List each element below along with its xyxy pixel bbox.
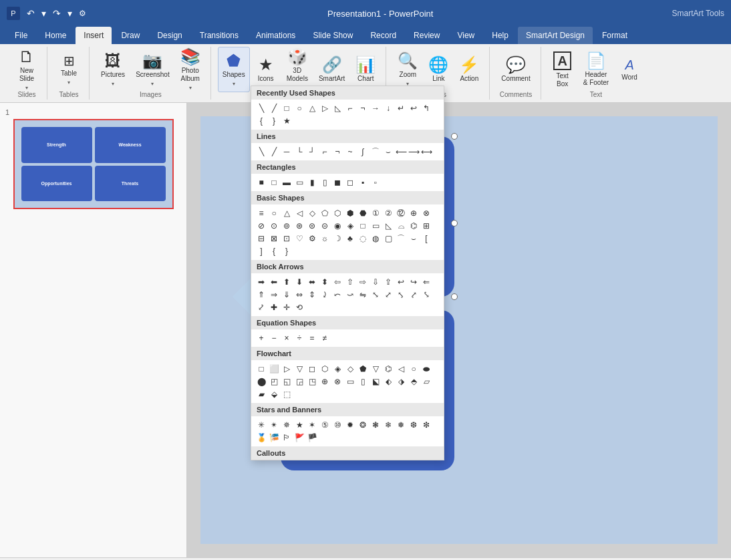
shape-arrow[interactable]: ⤥ xyxy=(420,289,432,301)
shape-line[interactable]: ╱ xyxy=(268,146,280,158)
shape-item[interactable]: ↰ xyxy=(420,102,432,114)
shape-arrow[interactable]: ⤻ xyxy=(344,289,356,301)
shape-line[interactable]: ─ xyxy=(281,146,293,158)
shape-line[interactable]: ╲ xyxy=(255,146,267,158)
shape-rect[interactable]: ▮ xyxy=(306,176,318,188)
shape-rect[interactable]: ▬ xyxy=(281,176,293,188)
shape-basic[interactable]: ⚙ xyxy=(306,233,318,245)
shape-basic[interactable]: ⌓ xyxy=(395,220,407,232)
shape-basic[interactable]: ○ xyxy=(268,207,280,219)
shape-basic[interactable]: ♣ xyxy=(344,233,356,245)
shape-arrow[interactable]: ⇩ xyxy=(370,276,382,288)
shape-arrow[interactable]: ⇑ xyxy=(255,289,267,301)
shape-basic[interactable]: □ xyxy=(357,220,369,232)
shape-arrow[interactable]: ⇪ xyxy=(382,276,394,288)
redo-arrow[interactable]: ▾ xyxy=(65,7,75,20)
shape-star[interactable]: ★ xyxy=(293,419,305,431)
shape-item[interactable]: ⌐ xyxy=(344,102,356,114)
shape-basic[interactable]: ⊠ xyxy=(268,233,280,245)
shape-arrow[interactable]: ⇕ xyxy=(306,289,318,301)
shape-rect[interactable]: □ xyxy=(268,176,280,188)
shape-basic[interactable]: ⊛ xyxy=(293,220,305,232)
shape-flow[interactable]: ○ xyxy=(408,363,420,375)
shape-flow[interactable]: ⬬ xyxy=(420,363,432,375)
shape-basic[interactable]: ⊝ xyxy=(319,220,331,232)
shape-rect[interactable]: ◻ xyxy=(344,176,356,188)
shape-flow[interactable]: ⬖ xyxy=(382,376,394,388)
shape-basic[interactable]: ◇ xyxy=(306,207,318,219)
shape-basic[interactable]: ] xyxy=(255,245,267,257)
tab-record[interactable]: Record xyxy=(362,27,404,44)
shape-arrow[interactable]: ⬆ xyxy=(281,276,293,288)
shape-flow[interactable]: ◇ xyxy=(344,363,356,375)
shape-arrow[interactable]: ⟲ xyxy=(293,301,305,313)
shape-basic[interactable]: ⊞ xyxy=(420,220,432,232)
shape-basic[interactable]: ◁ xyxy=(293,207,305,219)
shape-arrow[interactable]: ⇒ xyxy=(268,289,280,301)
shape-star[interactable]: ❅ xyxy=(395,419,407,431)
shape-flow[interactable]: ⌬ xyxy=(382,363,394,375)
tab-view[interactable]: View xyxy=(449,27,482,44)
shape-star[interactable]: ⑤ xyxy=(319,419,331,431)
shape-arrow[interactable]: ⬅ xyxy=(268,276,280,288)
shape-arrow[interactable]: ⇦ xyxy=(331,276,343,288)
shape-arrow[interactable]: ⬌ xyxy=(306,276,318,288)
text-box-button[interactable]: A TextBox xyxy=(548,47,577,92)
shape-line[interactable]: ⟵ xyxy=(395,146,407,158)
shape-basic[interactable]: ⊗ xyxy=(420,207,432,219)
shape-line[interactable]: ⟷ xyxy=(420,146,432,158)
shape-flow[interactable]: ⬕ xyxy=(370,376,382,388)
tab-insert[interactable]: Insert xyxy=(76,27,112,44)
shape-line[interactable]: ┘ xyxy=(306,146,318,158)
shape-basic[interactable]: } xyxy=(281,245,293,257)
shape-item[interactable]: ╱ xyxy=(268,102,280,114)
shape-arrow[interactable]: ⤤ xyxy=(408,289,420,301)
shape-basic[interactable]: ◈ xyxy=(344,220,356,232)
shape-flow[interactable]: ⬚ xyxy=(281,388,293,400)
wordart-button[interactable]: A Word xyxy=(615,47,644,92)
shape-arrow[interactable]: ⇧ xyxy=(344,276,356,288)
shape-arrow[interactable]: ⇋ xyxy=(357,289,369,301)
shape-rect[interactable]: ▪ xyxy=(357,176,369,188)
shape-item[interactable]: ↵ xyxy=(395,102,407,114)
shape-star[interactable]: ✳ xyxy=(255,419,267,431)
shape-equation[interactable]: ≠ xyxy=(319,332,331,344)
shape-basic[interactable]: ⬠ xyxy=(319,207,331,219)
shape-flow[interactable]: ◰ xyxy=(268,376,280,388)
shape-basic[interactable]: ⌬ xyxy=(408,220,420,232)
shape-arrow[interactable]: ⬇ xyxy=(293,276,305,288)
action-button[interactable]: ⚡ Action xyxy=(454,47,484,92)
shape-flow[interactable]: ⬟ xyxy=(357,363,369,375)
tab-smartart-design[interactable]: SmartArt Design xyxy=(518,27,593,44)
shape-basic[interactable]: ① xyxy=(370,207,382,219)
slide-thumbnail[interactable]: Strength Weakness Opportunities Threats xyxy=(13,119,174,209)
shapes-button[interactable]: ⬟ Shapes ▾ xyxy=(218,47,250,92)
tab-review[interactable]: Review xyxy=(406,27,448,44)
shape-line[interactable]: ⟶ xyxy=(408,146,420,158)
tab-file[interactable]: File xyxy=(7,27,35,44)
pictures-button[interactable]: 🖼 Pictures ▾ xyxy=(96,47,130,92)
shape-arrow[interactable]: ➡ xyxy=(255,276,267,288)
shape-basic[interactable]: ⊚ xyxy=(281,220,293,232)
tab-design[interactable]: Design xyxy=(149,27,190,44)
shape-flow[interactable]: ⬜ xyxy=(268,363,280,375)
shape-rect[interactable]: ▯ xyxy=(319,176,331,188)
shape-basic[interactable]: ⌒ xyxy=(395,233,407,245)
new-slide-button[interactable]: 🗋 NewSlide ▾ xyxy=(12,47,41,92)
shape-rect[interactable]: ■ xyxy=(255,176,267,188)
shape-arrow[interactable]: ⤦ xyxy=(255,301,267,313)
shape-star[interactable]: ⑩ xyxy=(331,419,343,431)
shape-star[interactable]: ✶ xyxy=(306,419,318,431)
shape-basic[interactable]: ⬢ xyxy=(344,207,356,219)
tab-format[interactable]: Format xyxy=(594,27,635,44)
shape-flow[interactable]: ⬡ xyxy=(319,363,331,375)
shape-basic[interactable]: ▢ xyxy=(382,233,394,245)
shape-arrow[interactable]: ✚ xyxy=(268,301,280,313)
shape-star[interactable]: ✴ xyxy=(268,419,280,431)
shape-equation[interactable]: = xyxy=(306,332,318,344)
shape-star[interactable]: ✹ xyxy=(344,419,356,431)
shape-banner[interactable]: 🏳 xyxy=(281,432,293,444)
shape-star[interactable]: ❃ xyxy=(370,419,382,431)
shape-banner[interactable]: 🏴 xyxy=(306,432,318,444)
shape-arrow[interactable]: ↪ xyxy=(408,276,420,288)
